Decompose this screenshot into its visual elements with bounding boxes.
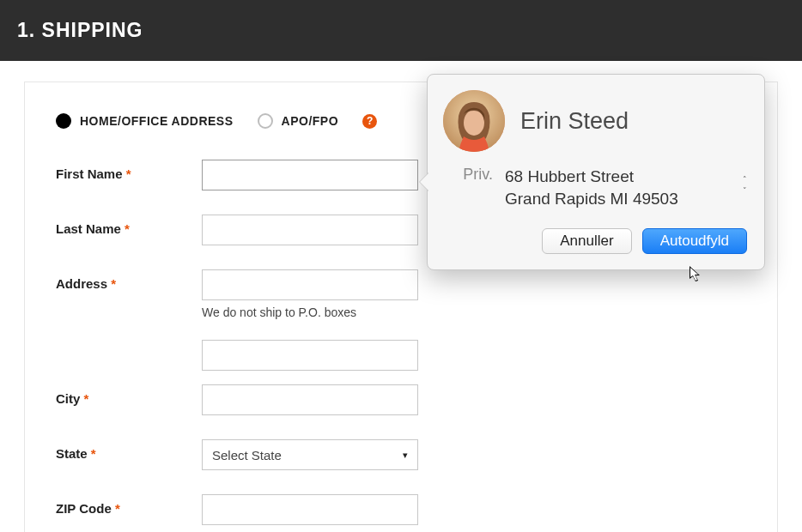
avatar [443, 90, 505, 152]
radio-unchecked-icon [258, 113, 273, 129]
city-input[interactable] [202, 384, 418, 415]
help-icon[interactable]: ? [362, 114, 377, 129]
step-title: 1. SHIPPING [17, 19, 143, 41]
first-name-input[interactable] [202, 160, 418, 190]
autofill-address-row[interactable]: Priv. 68 Hubbert Street Grand Rapids MI … [453, 166, 747, 209]
label-city: City * [56, 384, 202, 406]
autofill-button[interactable]: Autoudfyld [642, 228, 747, 254]
label-state: State * [56, 439, 202, 461]
label-zip: ZIP Code * [56, 494, 202, 516]
last-name-input[interactable] [202, 215, 418, 245]
state-select[interactable]: Select State ▾ [202, 439, 418, 470]
autofill-address-body: 68 Hubbert Street Grand Rapids MI 49503 [505, 166, 731, 209]
address-input-1[interactable] [202, 269, 418, 300]
autofill-line1: 68 Hubbert Street [505, 166, 731, 188]
autofill-popover: Erin Steed Priv. 68 Hubbert Street Grand… [427, 74, 765, 270]
row-zip: ZIP Code * [56, 494, 746, 525]
label-address: Address * [56, 269, 202, 291]
autofill-header: Erin Steed [443, 90, 747, 152]
row-state: State * Select State ▾ [56, 439, 746, 470]
zip-input[interactable] [202, 494, 418, 525]
radio-home-office[interactable]: HOME/OFFICE ADDRESS [56, 113, 234, 129]
autofill-name: Erin Steed [520, 108, 629, 135]
autofill-address-label: Priv. [453, 166, 493, 184]
chevron-up-icon: ˄ [743, 176, 747, 184]
address-input-2[interactable] [202, 340, 418, 371]
autofill-actions: Annuller Autoudfyld [443, 228, 747, 254]
svg-point-1 [464, 110, 484, 136]
address-helper: We do not ship to P.O. boxes [202, 305, 418, 319]
page-header: 1. SHIPPING [0, 0, 802, 61]
chevron-down-icon: ▾ [403, 450, 408, 461]
row-address: Address * We do not ship to P.O. boxes [56, 269, 746, 371]
cancel-button[interactable]: Annuller [542, 228, 631, 254]
label-last-name: Last Name * [56, 215, 202, 236]
radio-home-label: HOME/OFFICE ADDRESS [80, 114, 234, 128]
address-stepper[interactable]: ˄ ˅ [743, 166, 747, 195]
radio-checked-icon [56, 113, 71, 129]
autofill-line2: Grand Rapids MI 49503 [505, 188, 731, 210]
radio-apo-fpo[interactable]: APO/FPO [258, 113, 339, 129]
state-placeholder: Select State [212, 448, 282, 462]
radio-apo-label: APO/FPO [282, 114, 339, 128]
row-city: City * [56, 384, 746, 415]
chevron-down-icon: ˅ [743, 187, 747, 195]
label-first-name: First Name * [56, 160, 202, 181]
